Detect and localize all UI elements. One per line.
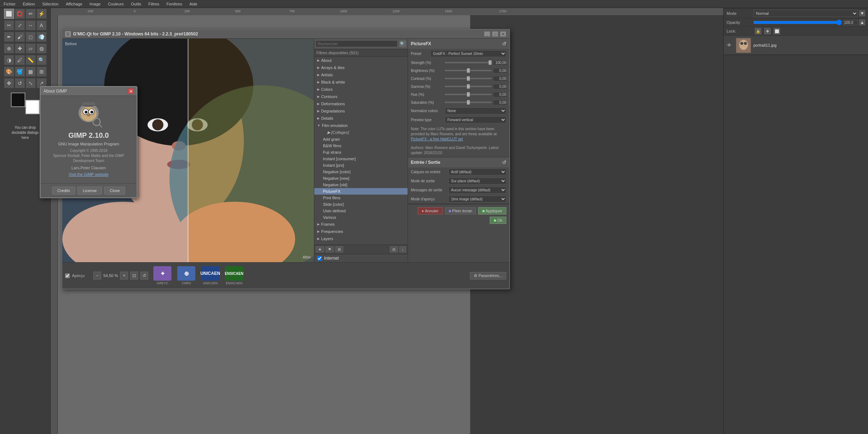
- filter-cat-frames[interactable]: ▶ Frames: [314, 221, 408, 228]
- io-mode-sortie-dropdown[interactable]: Sur place (défaut): [448, 178, 506, 184]
- tool-eraser[interactable]: ◻: [26, 32, 36, 42]
- filter-cat-layers[interactable]: ▶ Layers: [314, 235, 408, 242]
- param-preview-type-dropdown[interactable]: Forward vertical: [445, 116, 506, 123]
- menu-outils[interactable]: Outils: [127, 2, 145, 6]
- footer-refresh-btn[interactable]: ↺: [140, 272, 148, 280]
- io-messages-sortie-dropdown[interactable]: Aucun message (défaut): [448, 187, 506, 193]
- license-button[interactable]: License: [77, 187, 102, 195]
- tool-select-rect[interactable]: ⬜: [4, 9, 14, 19]
- ok-button[interactable]: ■ Ok: [490, 217, 506, 224]
- foreground-color[interactable]: [11, 93, 25, 107]
- tool-airbrush[interactable]: 💨: [37, 32, 47, 42]
- filter-item-various[interactable]: Various: [314, 214, 408, 221]
- tool-free-select[interactable]: ✏: [26, 9, 36, 19]
- param-hue-slider[interactable]: [445, 94, 492, 95]
- filter-item-slide-color[interactable]: Slide [color]: [314, 201, 408, 208]
- filter-item-print-films[interactable]: Print films: [314, 195, 408, 201]
- tool-rotate[interactable]: ↺: [15, 78, 25, 88]
- param-saturation-inc[interactable]: ▲: [509, 99, 509, 105]
- filter-item-fuji[interactable]: Fuji xtrans: [314, 149, 408, 156]
- filter-item-negative-color[interactable]: Negative [color]: [314, 169, 408, 175]
- tool-pencil[interactable]: ✒: [4, 32, 14, 42]
- tool-zoom[interactable]: 🔍: [37, 55, 47, 65]
- filter-cat-artistic[interactable]: ▶ Artistic: [314, 71, 408, 78]
- tool-select-ellipse[interactable]: ⭕: [15, 9, 25, 19]
- filter-btn-star[interactable]: ★: [316, 246, 324, 252]
- filter-cat-bw[interactable]: ▶ Black & white: [314, 78, 408, 86]
- menu-fichier[interactable]: Fichier: [0, 2, 19, 6]
- param-brightness-slider[interactable]: [445, 70, 492, 71]
- param-strength-inc[interactable]: ▲: [509, 60, 509, 65]
- param-gamma-slider[interactable]: [445, 86, 492, 87]
- filter-item-negative-old[interactable]: Negative [old]: [314, 182, 408, 188]
- filter-cat-degradations[interactable]: ▶ Degradations: [314, 107, 408, 115]
- search-button[interactable]: 🔍: [399, 40, 406, 47]
- param-contrast-value[interactable]: [493, 76, 507, 81]
- tool-measure[interactable]: 📏: [26, 55, 36, 65]
- tool-dodge[interactable]: ◑: [4, 55, 14, 65]
- params-refresh-btn[interactable]: ↺: [502, 41, 506, 47]
- io-calques-entree-dropdown[interactable]: Actif (défaut): [448, 169, 506, 175]
- param-brightness-value[interactable]: [493, 68, 507, 73]
- filter-btn-flag[interactable]: ⚑: [326, 246, 334, 252]
- filter-cat-arrays[interactable]: ▶ Arrays & tiles: [314, 64, 408, 71]
- filter-item-user-defined[interactable]: User-defined: [314, 208, 408, 214]
- filter-item-picturefx[interactable]: PictureFX: [314, 188, 408, 195]
- filter-btn-expand[interactable]: ⊟: [390, 246, 398, 252]
- appliquer-button[interactable]: ■ Appliquer: [478, 207, 506, 214]
- tool-flip[interactable]: ↔: [26, 20, 36, 30]
- tool-crop[interactable]: ✂: [4, 20, 14, 30]
- param-strength-slider[interactable]: [445, 62, 492, 63]
- filter-item-instant-pro[interactable]: Instant [pro]: [314, 162, 408, 169]
- search-input[interactable]: [316, 41, 397, 47]
- menu-image[interactable]: Image: [86, 2, 105, 6]
- filter-cat-contours[interactable]: ▶ Contours: [314, 93, 408, 100]
- tool-move[interactable]: ✥: [4, 78, 14, 88]
- param-normalize-dropdown[interactable]: None: [445, 107, 506, 114]
- filter-btn-grid[interactable]: ⊞: [335, 246, 343, 252]
- footer-zoom-in-btn[interactable]: +: [120, 272, 128, 280]
- tool-gradient[interactable]: ▦: [26, 67, 36, 77]
- footer-zoom-out-btn[interactable]: −: [93, 272, 101, 280]
- tool-clone[interactable]: ⊕: [4, 43, 14, 54]
- param-hue-value[interactable]: [493, 92, 507, 97]
- param-contrast-slider[interactable]: [445, 78, 492, 79]
- internet-checkbox[interactable]: [317, 256, 322, 261]
- param-contrast-inc[interactable]: ▲: [509, 76, 509, 81]
- tool-bucket-fill[interactable]: 🪣: [15, 67, 25, 77]
- param-gamma-value[interactable]: [493, 84, 507, 89]
- gmic-minimize-btn[interactable]: _: [484, 31, 490, 37]
- footer-fit-btn[interactable]: ⊡: [130, 272, 138, 280]
- close-about-button[interactable]: Close: [104, 187, 125, 195]
- tool-perspective[interactable]: ▱: [26, 43, 36, 54]
- gmic-close-btn[interactable]: ✕: [500, 31, 506, 37]
- menu-selection[interactable]: Sélection: [39, 2, 62, 6]
- lock-pixels-btn[interactable]: 🔒: [755, 28, 761, 34]
- menu-couleurs[interactable]: Couleurs: [104, 2, 127, 6]
- plein-ecran-button[interactable]: ■ Plein écran: [445, 207, 476, 214]
- tool-blur[interactable]: ◍: [37, 43, 47, 54]
- menu-affichage[interactable]: Affichage: [62, 2, 86, 6]
- io-mode-apercu-dropdown[interactable]: 1ère image (défaut): [448, 196, 506, 203]
- params-button[interactable]: ⚙ Paramètres...: [470, 272, 506, 280]
- menu-edition[interactable]: Édition: [19, 2, 39, 6]
- layers-thumbnail-row[interactable]: 👁 portrait11.jpg: [724, 36, 868, 55]
- mode-down-btn[interactable]: ▼: [859, 10, 865, 16]
- param-strength-value[interactable]: [493, 60, 507, 65]
- layer-visibility-icon[interactable]: 👁: [727, 42, 732, 48]
- filter-item-instant-consumer[interactable]: Instant [consumer]: [314, 156, 408, 162]
- params-note-link[interactable]: PictureFX - a free HaldCLUT set: [411, 137, 463, 141]
- filter-cat-about[interactable]: ▶ About: [314, 57, 408, 64]
- tool-text[interactable]: A: [37, 20, 47, 30]
- credits-button[interactable]: Credits: [52, 187, 76, 195]
- filter-btn-download[interactable]: ↓: [399, 246, 406, 252]
- lock-position-btn[interactable]: ✥: [764, 28, 771, 34]
- opacity-inc-btn[interactable]: ▲: [859, 20, 865, 25]
- filter-item-collages[interactable]: ▶ [Collages]: [314, 129, 408, 136]
- gmic-maximize-btn[interactable]: □: [492, 31, 498, 37]
- filter-cat-deformations[interactable]: ▶ Deformations: [314, 100, 408, 107]
- background-color[interactable]: [25, 100, 40, 114]
- param-saturation-slider[interactable]: [445, 102, 492, 103]
- tool-align[interactable]: ⊞: [37, 67, 47, 77]
- preview-checkbox[interactable]: [65, 273, 70, 278]
